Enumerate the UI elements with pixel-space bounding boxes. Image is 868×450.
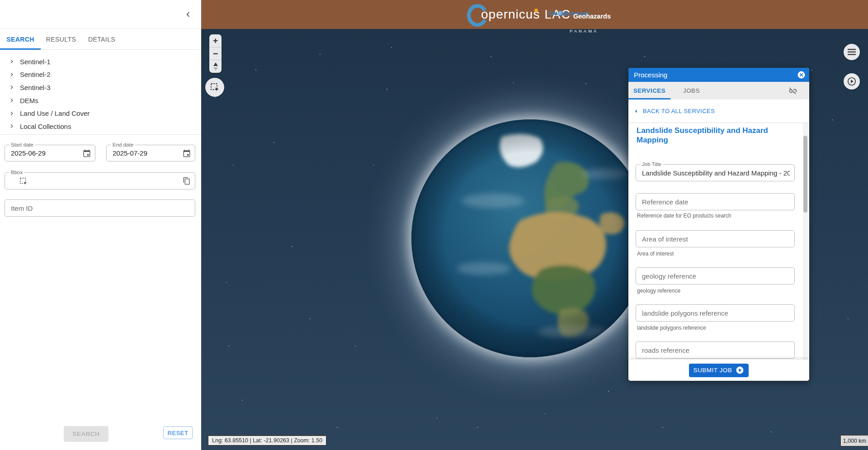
area-of-interest-input[interactable] (636, 231, 794, 247)
panel-scrollbar-thumb[interactable] (803, 136, 807, 213)
end-date-input[interactable] (107, 145, 195, 161)
tree-item-sentinel-2[interactable]: Sentinel-2 (0, 68, 201, 81)
panel-footer: SUBMIT JOB (628, 360, 809, 381)
copernicus-logo: GeBrowser opernicus LAC PANAMÁ (466, 0, 571, 29)
divider (0, 134, 201, 135)
item-id-field (5, 199, 195, 217)
tab-jobs[interactable]: JOBS (670, 82, 712, 99)
job-title-input[interactable] (636, 165, 794, 181)
search-button[interactable]: SEARCH (64, 426, 108, 442)
processing-launcher-button[interactable] (844, 73, 860, 90)
area-of-interest-field (636, 230, 795, 247)
bbox-draw-icon[interactable] (19, 177, 28, 186)
processing-panel-title: Processing (634, 71, 797, 79)
landslide-polygons-reference-field (636, 304, 795, 322)
start-date-label: Start date (9, 142, 35, 147)
tree-item-dems[interactable]: DEMs (0, 94, 201, 107)
chevron-right-icon (8, 58, 15, 65)
bbox-field: Bbox (5, 172, 195, 189)
chevron-right-icon (8, 110, 15, 117)
orange-dot-icon (534, 9, 538, 12)
tree-item-land-use[interactable]: Land Use / Land Cover (0, 107, 201, 120)
panel-scrollbar[interactable] (803, 123, 808, 360)
earth-globe[interactable] (411, 119, 649, 357)
collection-tree: Sentinel-1 Sentinel-2 Sentinel-3 DEMs La… (0, 55, 201, 133)
compass-button[interactable] (209, 60, 222, 73)
compass-icon (212, 62, 219, 71)
bbox-label: Bbox (9, 170, 24, 175)
calendar-icon[interactable] (183, 149, 191, 157)
search-sidebar: SEARCH RESULTS DETAILS Sentinel-1 Sentin… (0, 0, 201, 450)
starfield (201, 29, 202, 30)
roads-reference-input[interactable] (636, 342, 794, 358)
map-zoom-controls: + − (209, 34, 222, 73)
back-to-services-link[interactable]: BACK TO ALL SERVICES (628, 99, 809, 123)
processing-panel: Processing SERVICES JOBS (628, 68, 809, 381)
bbox-draw-tool-button[interactable] (205, 78, 224, 97)
tab-results[interactable]: RESULTS (41, 29, 81, 49)
zoom-in-button[interactable]: + (209, 34, 222, 47)
map-scale-bar: 1,000 km (840, 435, 868, 447)
hamburger-icon (848, 49, 856, 55)
processing-panel-header[interactable]: Processing (628, 68, 809, 82)
close-icon[interactable] (797, 71, 806, 79)
chevron-right-icon (8, 123, 15, 130)
tab-search[interactable]: SEARCH (0, 29, 41, 49)
start-date-field: Start date (5, 145, 95, 161)
tab-details[interactable]: DETAILS (81, 29, 122, 49)
copernicus-wordmark: opernicus (481, 7, 540, 22)
link-off-icon[interactable] (788, 86, 797, 95)
end-date-label: End date (111, 142, 135, 147)
map-canvas[interactable]: + − (201, 29, 868, 450)
submit-job-label: SUBMIT JOB (693, 367, 732, 374)
geology-reference-input[interactable] (636, 268, 794, 284)
app-title: Geohazards (573, 13, 611, 20)
tree-item-sentinel-1[interactable]: Sentinel-1 (0, 55, 201, 68)
geobrowser-app: + − (0, 0, 868, 450)
geology-reference-field (636, 267, 795, 284)
start-date-input[interactable] (5, 145, 95, 161)
landslide-polygons-reference-input[interactable] (636, 305, 794, 321)
service-title: Landslide Susceptibility and Hazard Mapp… (637, 126, 786, 145)
bbox-select-icon (210, 82, 220, 92)
reference-date-input[interactable] (636, 194, 794, 210)
chevron-right-icon (8, 97, 15, 104)
tree-item-sentinel-3[interactable]: Sentinel-3 (0, 81, 201, 94)
reset-button[interactable]: RESET (163, 426, 193, 439)
globe-icon (558, 11, 563, 16)
top-header: GeBrowser opernicus LAC PANAMÁ Geohazard… (201, 0, 868, 29)
panama-label: PANAMÁ (570, 28, 598, 33)
reference-date-helper: Reference date for EO products search (637, 213, 731, 219)
calendar-icon[interactable] (83, 149, 91, 157)
arrow-left-icon (632, 107, 640, 115)
processing-tabs: SERVICES JOBS (628, 82, 809, 99)
back-link-label: BACK TO ALL SERVICES (643, 108, 715, 114)
sidebar-tabs: SEARCH RESULTS DETAILS (0, 29, 201, 50)
submit-play-icon (736, 366, 744, 374)
map-coordinates-readout: Lng: 63.85510 | Lat: -21.90263 | Zoom: 1… (208, 435, 327, 446)
collapse-sidebar-button[interactable] (183, 9, 193, 19)
reference-date-field (636, 193, 795, 210)
job-title-label: Job Title (640, 161, 663, 167)
chevron-right-icon (8, 71, 15, 78)
submit-job-button[interactable]: SUBMIT JOB (689, 364, 749, 377)
end-date-field: End date (106, 145, 195, 161)
tab-services[interactable]: SERVICES (628, 82, 670, 99)
area-of-interest-helper: Area of interest (637, 251, 674, 257)
geology-reference-helper: geology reference (637, 288, 680, 294)
copy-icon[interactable] (183, 177, 191, 185)
tree-item-local-collections[interactable]: Local Collections (0, 120, 201, 133)
job-title-field: Job Title (636, 164, 795, 181)
play-circle-icon (847, 76, 857, 86)
item-id-input[interactable] (5, 200, 195, 216)
roads-reference-field (636, 341, 795, 359)
layers-menu-button[interactable] (844, 44, 860, 60)
landslide-polygons-reference-helper: landslide polygons reference (637, 325, 706, 331)
sidebar-topbar (0, 0, 201, 29)
zoom-out-button[interactable]: − (209, 47, 222, 60)
globe-graphic (411, 119, 649, 357)
chevron-right-icon (8, 84, 15, 91)
